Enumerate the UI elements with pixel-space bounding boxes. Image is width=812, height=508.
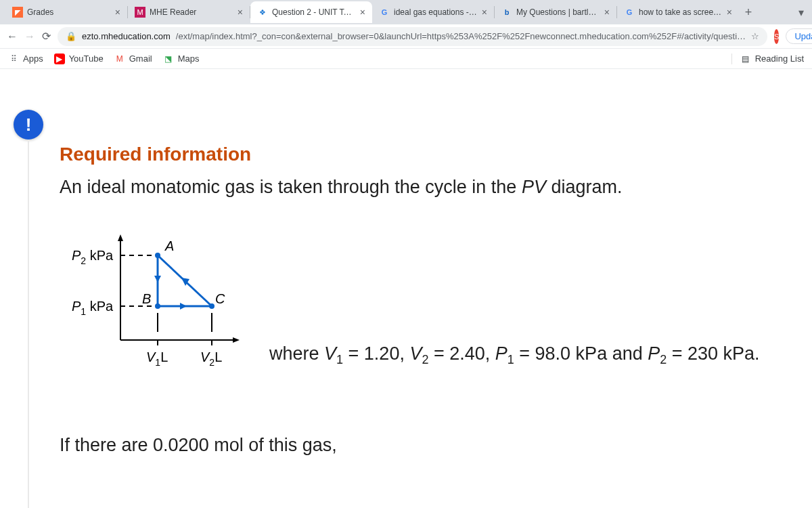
maps-icon: ⬔ xyxy=(163,54,174,64)
bookmark-star-icon[interactable]: ☆ xyxy=(751,31,759,41)
svg-point-12 xyxy=(155,253,160,258)
point-C-label: C xyxy=(215,291,225,306)
bookmark-maps[interactable]: ⬔ Maps xyxy=(163,54,200,64)
favicon-bartleby: b xyxy=(501,7,512,18)
update-button[interactable]: Update ⋮ xyxy=(786,28,812,44)
apps-button[interactable]: ⠿ Apps xyxy=(8,54,43,64)
profile-avatar[interactable]: S xyxy=(774,29,779,44)
address-bar[interactable]: 🔒 ezto.mheducation.com /ext/map/index.ht… xyxy=(58,27,767,46)
question-prompt: An ideal monatomic gas is taken through … xyxy=(60,175,812,199)
svg-point-14 xyxy=(209,303,215,309)
gmail-icon: M xyxy=(114,54,125,64)
question-body: Required information An ideal monatomic … xyxy=(60,69,812,456)
p1-value: = 98.0 kPa and xyxy=(514,343,648,364)
bookmarks-bar: ⠿ Apps ▶ YouTube M Gmail ⬔ Maps ▤ Readin… xyxy=(0,49,812,69)
back-button[interactable]: ← xyxy=(7,30,18,43)
close-icon[interactable]: × xyxy=(482,7,487,18)
lock-icon: 🔒 xyxy=(66,31,76,41)
chevron-down-icon[interactable]: ▾ xyxy=(798,6,804,19)
tab-label: ideal gas equations - Goog xyxy=(394,7,478,17)
address-bar-row: ← → ⟳ 🔒 ezto.mheducation.com /ext/map/in… xyxy=(0,24,812,49)
svg-marker-3 xyxy=(233,337,240,343)
reading-list-label: Reading List xyxy=(755,54,804,64)
close-icon[interactable]: × xyxy=(115,7,120,18)
reload-button[interactable]: ⟳ xyxy=(42,30,51,43)
p2-symbol: P xyxy=(648,343,660,364)
tab-question-2[interactable]: ❖ Question 2 - UNIT Test 7-C × xyxy=(250,1,372,23)
tab-label: how to take as screenshot xyxy=(639,7,723,17)
url-domain: ezto.mheducation.com xyxy=(82,31,171,41)
p2-value: = 230 kPa. xyxy=(667,343,759,364)
v2-sub: 2 xyxy=(422,353,428,366)
forward-button[interactable]: → xyxy=(24,30,35,43)
tab-grades[interactable]: ◤ Grades × xyxy=(5,1,127,23)
v2-value: = 2.40, xyxy=(428,343,495,364)
tab-bartleby[interactable]: b My Questions | bartleby × xyxy=(495,1,616,23)
close-icon[interactable]: × xyxy=(604,7,610,18)
reading-list-icon: ▤ xyxy=(740,54,751,64)
favicon-mhe: M xyxy=(135,7,145,18)
svg-point-13 xyxy=(155,303,160,309)
v1-value: = 1.20, xyxy=(343,343,409,364)
y-axis-p2-label: P2 kPa xyxy=(72,248,114,266)
v1-sub: 1 xyxy=(336,353,343,366)
pv-italic: PV xyxy=(522,177,546,197)
url-path: /ext/map/index.html?_con=con&external_br… xyxy=(176,31,746,41)
tab-screenshot-google[interactable]: G how to take as screenshot × xyxy=(617,1,739,23)
tab-label: MHE Reader xyxy=(150,7,233,17)
point-A-label: A xyxy=(164,238,174,253)
bookmark-label: Gmail xyxy=(129,54,152,64)
close-icon[interactable]: × xyxy=(727,7,732,18)
timeline-line xyxy=(28,140,29,508)
svg-marker-9 xyxy=(154,276,161,282)
favicon-question: ❖ xyxy=(257,7,268,18)
point-B-label: B xyxy=(142,291,151,306)
bookmark-label: Maps xyxy=(178,54,200,64)
apps-label: Apps xyxy=(23,54,43,64)
favicon-grades: ◤ xyxy=(12,7,23,18)
reading-list-button[interactable]: ▤ Reading List xyxy=(731,54,804,64)
p2-sub: 2 xyxy=(660,353,667,366)
favicon-google: G xyxy=(379,7,390,18)
bookmark-youtube[interactable]: ▶ YouTube xyxy=(54,54,104,64)
svg-marker-10 xyxy=(180,303,187,310)
followup-question: If there are 0.0200 mol of this gas, xyxy=(60,435,812,456)
favicon-google: G xyxy=(624,7,635,18)
close-icon[interactable]: × xyxy=(360,7,365,18)
svg-marker-1 xyxy=(118,234,123,241)
prompt-text: An ideal monatomic gas is taken through … xyxy=(60,177,522,197)
required-information-heading: Required information xyxy=(60,144,812,165)
p1-sub: 1 xyxy=(508,353,514,366)
update-label: Update xyxy=(794,31,812,41)
tab-ideal-gas-google[interactable]: G ideal gas equations - Goog × xyxy=(372,1,494,23)
tab-mhe-reader[interactable]: M MHE Reader × xyxy=(128,1,250,23)
youtube-icon: ▶ xyxy=(54,54,65,64)
where-word: where xyxy=(269,343,324,364)
tab-label: Grades xyxy=(27,7,111,17)
new-tab-button[interactable]: + xyxy=(739,5,758,20)
tab-label: Question 2 - UNIT Test 7-C xyxy=(272,7,356,17)
x-axis-v2-label: V2L xyxy=(200,350,222,368)
bookmark-label: YouTube xyxy=(69,54,104,64)
bookmark-gmail[interactable]: M Gmail xyxy=(114,54,152,64)
p1-symbol: P xyxy=(495,343,508,364)
apps-grid-icon: ⠿ xyxy=(8,54,19,64)
v1-symbol: V xyxy=(324,343,336,364)
pv-diagram: A B C P2 kPa P1 kPa V1L V2L xyxy=(60,225,256,374)
question-content: ! Required information An ideal monatomi… xyxy=(0,69,812,456)
browser-tab-strip: ◤ Grades × M MHE Reader × ❖ Question 2 -… xyxy=(0,0,812,24)
given-values-text: where V1 = 1.20, V2 = 2.40, P1 = 98.0 kP… xyxy=(269,343,760,374)
x-axis-v1-label: V1L xyxy=(146,350,168,368)
close-icon[interactable]: × xyxy=(238,7,243,18)
alert-badge[interactable]: ! xyxy=(14,110,43,140)
prompt-text-end: diagram. xyxy=(546,177,623,197)
tab-label: My Questions | bartleby xyxy=(516,7,600,17)
v2-symbol: V xyxy=(409,343,422,364)
y-axis-p1-label: P1 kPa xyxy=(72,299,114,317)
